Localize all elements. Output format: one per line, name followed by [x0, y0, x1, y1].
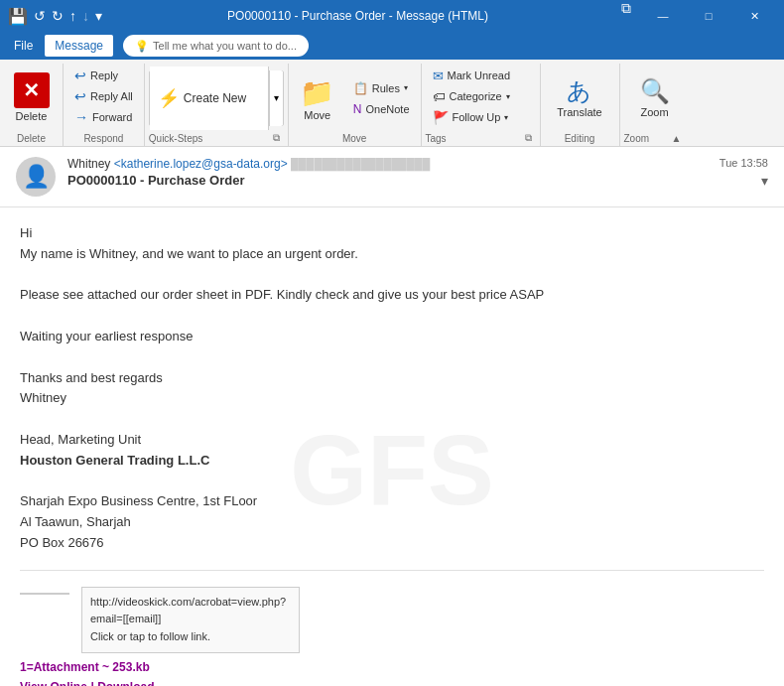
categorize-dropdown-icon: ▾: [506, 92, 510, 101]
mark-unread-icon: ✉: [433, 69, 444, 83]
window-controls: ⧉ — □ ✕: [613, 0, 776, 32]
move-sub-buttons: 📋 Rules ▾ N OneNote: [346, 78, 417, 119]
tags-expand-icon[interactable]: ⧉: [521, 130, 536, 146]
email-from: Whitney <katherine.lopez@gsa-data.org> █…: [67, 157, 708, 171]
mark-unread-button[interactable]: ✉ Mark Unread: [426, 66, 518, 85]
tags-group-content: ✉ Mark Unread 🏷 Categorize ▾ 🚩 Follow Up…: [426, 66, 536, 130]
title-bar: 💾 ↺ ↻ ↑ ↓ ▾ PO0000110 - Purchase Order -…: [0, 0, 784, 32]
title-bar-title: PO0000110 - Purchase Order - Message (HT…: [102, 9, 613, 23]
close-button[interactable]: ✕: [732, 0, 776, 32]
view-online-link[interactable]: View Online: [20, 680, 87, 686]
zoom-group-label: Zoom: [624, 131, 650, 146]
more-icon[interactable]: ▾: [95, 8, 102, 24]
translate-button[interactable]: あ Translate: [548, 69, 610, 128]
body-address1: Sharjah Expo Business Centre, 1st FLoor: [20, 491, 764, 512]
respond-group-label: Respond: [67, 131, 140, 146]
lightning-icon: ⚡: [158, 87, 180, 109]
redo-icon[interactable]: ↻: [52, 8, 64, 24]
email-time: Tue 13:58: [719, 157, 768, 169]
undo-icon[interactable]: ↺: [34, 8, 46, 24]
follow-up-button[interactable]: 🚩 Follow Up ▾: [426, 107, 518, 127]
ribbon-group-respond: ↩ Reply ↩ Reply All → Forward Respond: [64, 64, 145, 146]
body-greeting: Hi: [20, 223, 764, 244]
editing-group-label: Editing: [565, 131, 595, 146]
body-line7: Thanks and best regards: [20, 368, 764, 389]
ribbon-group-tags: ✉ Mark Unread 🏷 Categorize ▾ 🚩 Follow Up…: [422, 64, 541, 146]
sender-avatar: 👤: [16, 157, 56, 197]
avatar-icon: 👤: [23, 164, 50, 190]
sender-name: Whitney: [67, 157, 110, 171]
rules-dropdown-icon: ▾: [404, 83, 408, 92]
restore-icon[interactable]: ⧉: [613, 0, 639, 32]
mark-unread-label: Mark Unread: [448, 69, 511, 81]
zoom-icon: 🔍: [640, 77, 670, 106]
body-line8: Whitney: [20, 388, 764, 409]
translate-icon: あ: [567, 77, 591, 106]
sender-email[interactable]: <katherine.lopez@gsa-data.org>: [114, 157, 288, 171]
translate-label: Translate: [557, 106, 601, 119]
reply-button[interactable]: ↩ Reply: [67, 66, 140, 85]
recipient-blurred: ██████████████████: [291, 158, 430, 170]
onenote-icon: N: [353, 102, 362, 116]
follow-up-label: Follow Up: [453, 111, 501, 123]
up-icon[interactable]: ↑: [69, 8, 76, 24]
maximize-button[interactable]: □: [687, 0, 730, 32]
move-label: Move: [304, 109, 330, 121]
minimize-button[interactable]: —: [641, 0, 685, 32]
reply-all-label: Reply All: [90, 90, 133, 102]
menu-file[interactable]: File: [4, 35, 43, 57]
rules-icon: 📋: [353, 81, 368, 95]
quick-steps-content: ⚡ Create New ▾: [149, 66, 284, 130]
title-bar-left: 💾 ↺ ↻ ↑ ↓ ▾: [8, 7, 102, 26]
tags-buttons: ✉ Mark Unread 🏷 Categorize ▾ 🚩 Follow Up…: [426, 66, 518, 127]
body-line10: Head, Marketing Unit: [20, 430, 764, 451]
expand-button[interactable]: ▾: [761, 173, 768, 189]
ribbon-group-delete: ✕ Delete Delete: [0, 64, 64, 146]
respond-buttons: ↩ Reply ↩ Reply All → Forward: [67, 66, 140, 127]
attachment-label[interactable]: 1=Attachment ~ 253.kb: [20, 660, 150, 674]
ribbon-group-zoom: 🔍 Zoom Zoom ▲: [620, 64, 690, 146]
download-link[interactable]: Download: [97, 680, 154, 686]
body-company: Houston General Trading L.L.C: [20, 451, 764, 472]
move-button[interactable]: 📁 Move: [293, 67, 342, 130]
save-icon[interactable]: 💾: [8, 7, 28, 26]
folder-icon: 📁: [300, 76, 334, 109]
lightbulb-icon: 💡: [135, 40, 149, 53]
forward-icon: →: [74, 109, 88, 125]
create-new-dropdown[interactable]: ▾: [269, 70, 283, 126]
menu-message[interactable]: Message: [45, 35, 113, 57]
delete-group-label: Delete: [17, 131, 46, 146]
delete-button[interactable]: ✕ Delete: [5, 67, 59, 130]
rules-button[interactable]: 📋 Rules ▾: [346, 78, 417, 98]
categorize-label: Categorize: [450, 90, 502, 102]
zoom-expand-icon[interactable]: ▲: [668, 131, 686, 146]
down-icon[interactable]: ↓: [82, 8, 89, 24]
reply-icon: ↩: [74, 68, 86, 83]
ribbon-group-editing: あ Translate Editing: [541, 64, 620, 146]
categorize-button[interactable]: 🏷 Categorize ▾: [426, 86, 518, 106]
email-body: GFS Hi My name is Whitney, and we want t…: [0, 207, 784, 686]
editing-group-content: あ Translate: [548, 66, 610, 131]
onenote-button[interactable]: N OneNote: [346, 99, 417, 119]
create-new-label: Create New: [184, 91, 246, 105]
email-container: 👤 Whitney <katherine.lopez@gsa-data.org>…: [0, 147, 784, 686]
body-line5: Waiting your earliest response: [20, 327, 764, 347]
quick-steps-expand-icon[interactable]: ⧉: [269, 130, 284, 146]
ribbon: ✕ Delete Delete ↩ Reply ↩ Reply All → Fo: [0, 60, 784, 147]
zoom-group-content: 🔍 Zoom: [631, 66, 679, 131]
reply-label: Reply: [90, 69, 118, 81]
tell-me-text: Tell me what you want to do...: [153, 40, 297, 52]
categorize-icon: 🏷: [433, 89, 446, 104]
follow-up-dropdown-icon: ▾: [504, 113, 508, 122]
create-new-button[interactable]: ⚡ Create New: [150, 67, 269, 130]
reply-all-button[interactable]: ↩ Reply All: [67, 86, 140, 106]
flag-icon: 🚩: [433, 110, 449, 125]
email-meta: Whitney <katherine.lopez@gsa-data.org> █…: [67, 157, 708, 188]
move-group-label: Move: [293, 131, 417, 146]
body-address3: PO Box 26676: [20, 533, 764, 554]
zoom-button[interactable]: 🔍 Zoom: [631, 69, 679, 128]
tell-me-input[interactable]: 💡 Tell me what you want to do...: [123, 35, 309, 57]
menu-bar: File Message 💡 Tell me what you want to …: [0, 32, 784, 60]
body-line3: Please see attached our order sheet in P…: [20, 285, 764, 306]
forward-button[interactable]: → Forward: [67, 107, 140, 127]
